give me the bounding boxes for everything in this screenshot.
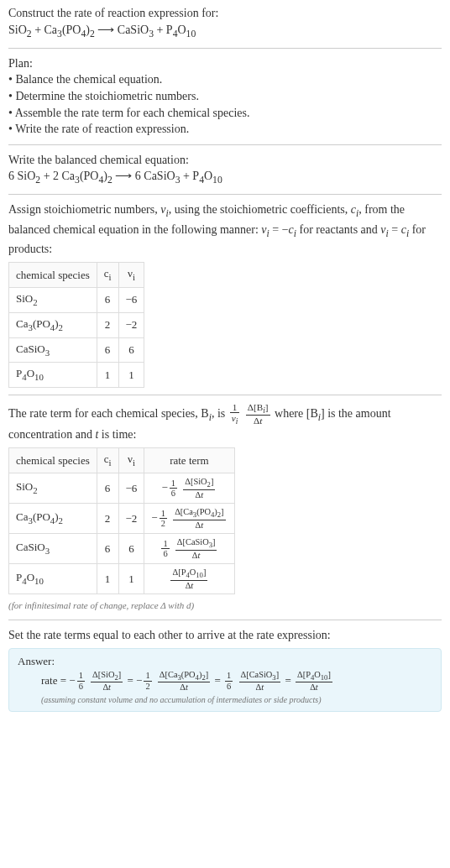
rate-expression: rate = −16 Δ[SiO2]Δt = −12 Δ[Ca3(PO4)2]Δ… [18,670,432,693]
table-header: νi [118,448,144,473]
table-header: rate term [144,448,234,473]
stoich-table: chemical speciesciνiSiO26−6Ca3(PO4)22−2C… [8,262,144,388]
table-cell: P4O10 [9,363,97,388]
prompt-text: Construct the rate of reaction expressio… [8,5,442,22]
table-row: SiO26−6−16 Δ[SiO2]Δt [9,473,235,504]
table-cell: 2 [97,312,118,337]
table-cell: CaSiO3 [9,534,97,564]
table-cell: 6 [118,534,144,564]
table-cell: 6 [97,288,118,313]
table-row: Ca3(PO4)22−2−12 Δ[Ca3(PO4)2]Δt [9,504,235,534]
plan-step: • Assemble the rate term for each chemic… [8,105,442,122]
table-cell: 1 [97,363,118,388]
table-cell: Δ[P4O10]Δt [144,564,234,594]
stoich-intro: Assign stoichiometric numbers, νi, using… [8,201,442,257]
answer-label: Answer: [18,654,432,669]
table-row: P4O1011Δ[P4O10]Δt [9,564,235,594]
table-cell: −16 Δ[SiO2]Δt [144,473,234,504]
table-cell: SiO2 [9,288,97,313]
plan-steps: • Balance the chemical equation.• Determ… [8,71,442,137]
table-cell: −6 [118,288,144,313]
delta-b-over-delta-t: Δ[Bi]Δt [246,402,270,426]
table-cell: −6 [118,473,144,504]
divider [8,48,442,49]
table-cell: 1 [118,363,144,388]
table-header: chemical species [9,448,97,473]
answer-caption: (assuming constant volume and no accumul… [18,694,432,706]
table-cell: 1 [97,564,118,594]
table-cell: 6 [97,337,118,363]
table-cell: 6 [118,337,144,363]
table-cell: 6 [97,534,118,564]
table-header: ci [97,448,118,473]
table-row: CaSiO366 [9,337,144,363]
plan-step: • Balance the chemical equation. [8,71,442,88]
plan-step: • Write the rate of reaction expression. [8,121,442,138]
table-row: CaSiO36616 Δ[CaSiO3]Δt [9,534,235,564]
balanced-intro: Write the balanced chemical equation: [8,152,442,169]
table-cell: −2 [118,504,144,534]
plan-step: • Determine the stoichiometric numbers. [8,88,442,105]
divider [8,395,442,395]
answer-box: Answer: rate = −16 Δ[SiO2]Δt = −12 Δ[Ca3… [8,648,442,711]
rate-intro: The rate term for each chemical species,… [8,402,442,442]
table-row: SiO26−6 [9,288,144,313]
table-cell: 1 [118,564,144,594]
rate-term-table: chemical speciesciνirate termSiO26−6−16 … [8,447,235,594]
balanced-equation: 6 SiO2 + 2 Ca3(PO4)2 ⟶ 6 CaSiO3 + P4O10 [8,168,442,187]
plan-title: Plan: [8,55,442,72]
table-header: νi [118,263,144,288]
table-cell: 16 Δ[CaSiO3]Δt [144,534,234,564]
one-over-nu: 1νi [230,402,240,426]
final-intro: Set the rate terms equal to each other t… [8,627,442,644]
table-cell: 6 [97,473,118,504]
rate-caption: (for infinitesimal rate of change, repla… [8,599,442,612]
table-cell: 2 [97,504,118,534]
table-cell: P4O10 [9,564,97,594]
table-header: chemical species [9,263,97,288]
table-cell: Ca3(PO4)2 [9,312,97,337]
divider [8,144,442,145]
table-cell: −2 [118,312,144,337]
divider [8,194,442,195]
divider [8,620,442,620]
table-cell: SiO2 [9,473,97,504]
table-row: P4O1011 [9,363,144,388]
table-cell: CaSiO3 [9,337,97,363]
table-row: Ca3(PO4)22−2 [9,312,144,337]
table-cell: −12 Δ[Ca3(PO4)2]Δt [144,504,234,534]
table-cell: Ca3(PO4)2 [9,504,97,534]
unbalanced-equation: SiO2 + Ca3(PO4)2 ⟶ CaSiO3 + P4O10 [8,22,442,41]
table-header: ci [97,263,118,288]
